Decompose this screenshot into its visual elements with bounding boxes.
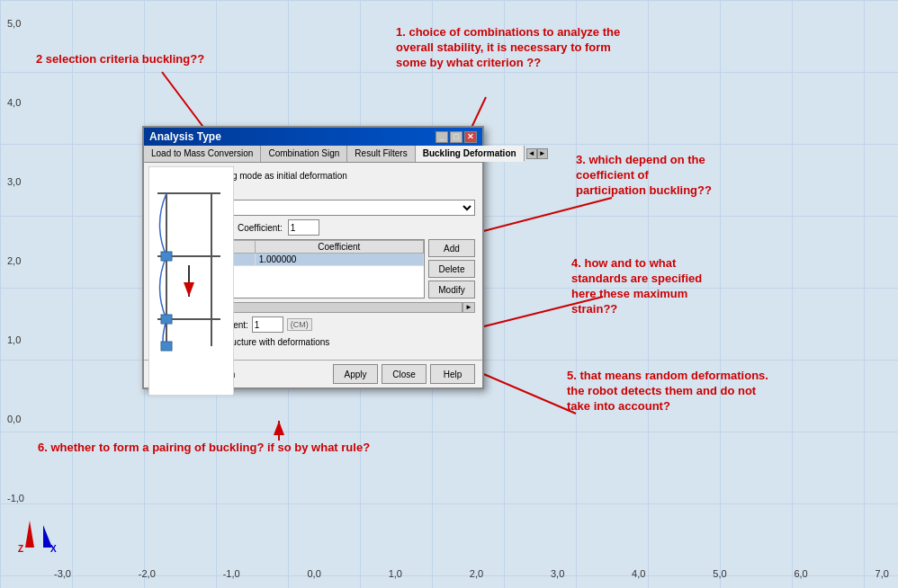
tab-buckling-deformation[interactable]: Buckling Deformation	[416, 146, 525, 162]
tab-nav: ◄ ►	[525, 146, 550, 162]
max-disp-unit: (CM)	[287, 318, 312, 331]
coeff-input[interactable]	[288, 219, 319, 236]
structure-preview	[148, 166, 234, 396]
svg-text:Z: Z	[18, 544, 23, 554]
tab-combination-sign[interactable]: Combination Sign	[261, 146, 347, 162]
scroll-right-button[interactable]: ►	[462, 302, 475, 313]
footer-buttons: Apply Close Help	[333, 364, 475, 384]
apply-button[interactable]: Apply	[333, 364, 378, 384]
dialog-titlebar: Analysis Type _ □ ✕	[144, 128, 482, 146]
svg-marker-7	[25, 521, 34, 548]
titlebar-buttons: _ □ ✕	[436, 131, 477, 143]
close-button[interactable]: ✕	[464, 131, 477, 143]
dialog-title: Analysis Type	[149, 130, 221, 143]
annotation-2: 2 selection criteria buckling??	[36, 52, 204, 67]
delete-button[interactable]: Delete	[428, 260, 475, 278]
annotation-1: 1. choice of combinations to analyze the…	[396, 25, 620, 71]
maximize-button[interactable]: □	[450, 131, 462, 143]
minimize-button[interactable]: _	[436, 131, 448, 143]
tab-next-button[interactable]: ►	[537, 148, 548, 159]
axis-y: 5,0 4,0 3,0 2,0 1,0 0,0 -1,0	[7, 0, 24, 521]
svg-rect-18	[161, 315, 172, 324]
add-button[interactable]: Add	[428, 239, 475, 257]
modify-button[interactable]: Modify	[428, 281, 475, 298]
axis-x: -3,0 -2,0 -1,0 0,0 1,0 2,0 3,0 4,0 5,0 6…	[54, 568, 889, 579]
svg-rect-19	[161, 342, 172, 351]
coeff-label: Coefficient:	[238, 223, 283, 233]
annotation-5: 5. that means random deformations.the ro…	[567, 369, 768, 414]
dialog-tabs: Load to Mass Conversion Combination Sign…	[144, 146, 482, 163]
compass: Z X	[16, 512, 61, 557]
dialog-close-button[interactable]: Close	[382, 364, 427, 384]
svg-rect-17	[161, 252, 172, 261]
col-coeff-header: Coefficient	[255, 241, 423, 254]
case-select[interactable]: 1 : DL1	[195, 200, 475, 216]
annotation-3: 3. which depend on thecoefficient ofpart…	[576, 153, 712, 199]
svg-text:X: X	[50, 544, 57, 554]
annotation-6: 6. whether to form a pairing of buckling…	[38, 441, 370, 456]
tab-result-filters[interactable]: Result Filters	[347, 146, 415, 162]
tab-prev-button[interactable]: ◄	[526, 148, 537, 159]
table-buttons: Add Delete Modify	[428, 239, 475, 298]
max-disp-input[interactable]	[252, 316, 283, 333]
svg-rect-11	[148, 166, 234, 396]
help-button[interactable]: Help	[430, 364, 475, 384]
cell-coeff: 1.000000	[255, 254, 423, 266]
tab-load-to-mass[interactable]: Load to Mass Conversion	[144, 146, 261, 162]
annotation-4: 4. how and to whatstandards are specifie…	[571, 256, 702, 317]
